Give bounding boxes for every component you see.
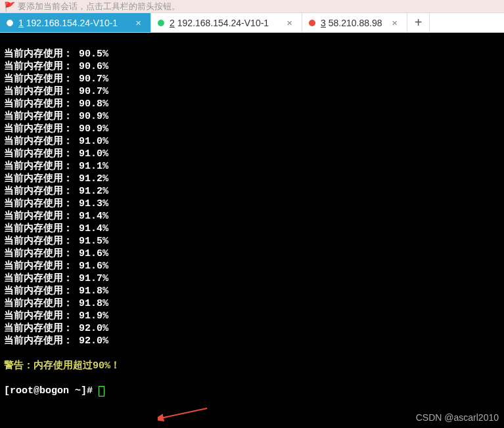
status-dot-icon <box>158 20 164 26</box>
tab-2[interactable]: 2 192.168.154.24-V10-1 × <box>151 13 302 32</box>
terminal-line: 当前内存使用： 91.4% <box>4 210 500 223</box>
terminal-line: 当前内存使用： 91.8% <box>4 297 500 310</box>
tab-number: 2 <box>170 18 175 28</box>
terminal-line: 当前内存使用： 90.9% <box>4 110 500 123</box>
tab-3[interactable]: 3 58.210.88.98 × <box>302 13 407 32</box>
arrow-annotation-icon <box>158 405 210 425</box>
close-icon[interactable]: × <box>284 17 295 28</box>
hint-bar: 🚩 要添加当前会话，点击工具栏的箭头按钮。 <box>0 0 504 13</box>
status-dot-icon <box>309 20 315 26</box>
hint-text: 要添加当前会话，点击工具栏的箭头按钮。 <box>18 1 180 12</box>
terminal-line: 当前内存使用： 92.0% <box>4 335 500 347</box>
terminal-line: 当前内存使用： 90.7% <box>4 73 500 85</box>
terminal-line: 当前内存使用： 91.6% <box>4 260 500 272</box>
tab-label: 192.168.154.24-V10-1 <box>177 18 269 28</box>
terminal-line: 当前内存使用： 90.7% <box>4 85 500 98</box>
terminal-line: 当前内存使用： 91.9% <box>4 310 500 322</box>
terminal-line: 当前内存使用： 91.8% <box>4 285 500 297</box>
terminal-line: 当前内存使用： 91.2% <box>4 173 500 185</box>
terminal-line: 当前内存使用： 91.3% <box>4 198 500 210</box>
tab-label: 58.210.88.98 <box>329 18 382 28</box>
terminal-line: 当前内存使用： 92.0% <box>4 322 500 335</box>
svg-line-0 <box>161 408 207 418</box>
terminal[interactable]: 当前内存使用： 90.5%当前内存使用： 90.6%当前内存使用： 90.7%当… <box>0 33 504 428</box>
close-icon[interactable]: × <box>389 17 400 28</box>
add-tab-button[interactable]: + <box>407 13 430 32</box>
watermark: CSDN @ascarl2010 <box>416 412 499 424</box>
terminal-line: 当前内存使用： 90.9% <box>4 123 500 135</box>
tab-number: 3 <box>321 18 326 28</box>
flag-icon: 🚩 <box>4 1 15 12</box>
terminal-line: 当前内存使用： 91.2% <box>4 185 500 198</box>
terminal-line: 当前内存使用： 91.5% <box>4 235 500 247</box>
prompt-line: [root@bogon ~]# <box>4 385 500 397</box>
cursor-icon <box>99 386 104 396</box>
tab-label: 192.168.154.24-V10-1 <box>26 18 118 28</box>
tab-bar: 1 192.168.154.24-V10-1 × 2 192.168.154.2… <box>0 13 504 33</box>
terminal-line: 当前内存使用： 91.7% <box>4 272 500 285</box>
terminal-line: 当前内存使用： 91.4% <box>4 223 500 235</box>
terminal-line: 当前内存使用： 91.6% <box>4 247 500 260</box>
plus-icon: + <box>415 15 423 30</box>
terminal-line: 当前内存使用： 91.0% <box>4 148 500 160</box>
tab-1[interactable]: 1 192.168.154.24-V10-1 × <box>0 13 151 32</box>
warning-line: 警告：内存使用超过90%！ <box>4 360 500 372</box>
status-dot-icon <box>7 20 13 26</box>
tab-number: 1 <box>18 18 24 28</box>
terminal-line: 当前内存使用： 90.8% <box>4 98 500 110</box>
terminal-line: 当前内存使用： 90.5% <box>4 48 500 60</box>
close-icon[interactable]: × <box>133 17 144 28</box>
terminal-line: 当前内存使用： 91.0% <box>4 135 500 148</box>
terminal-line: 当前内存使用： 90.6% <box>4 60 500 73</box>
terminal-line: 当前内存使用： 91.1% <box>4 160 500 173</box>
